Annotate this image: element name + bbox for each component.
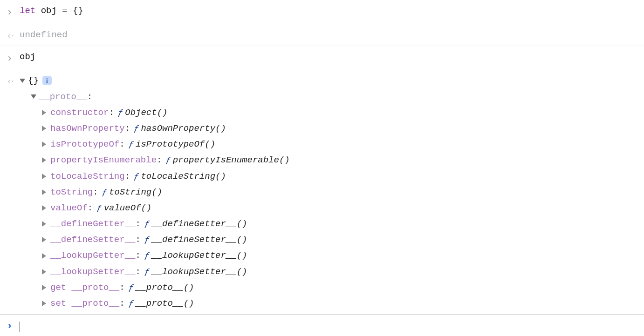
colon: :: [119, 296, 124, 311]
property-name: propertyIsEnumerable: [50, 152, 157, 168]
function-glyph: ƒ: [144, 248, 150, 263]
disclosure-triangle-icon[interactable]: [42, 237, 46, 242]
proto-row[interactable]: __proto__:: [20, 89, 640, 105]
disclosure-triangle-icon[interactable]: [20, 79, 25, 83]
function-glyph: ƒ: [144, 232, 150, 248]
property-row[interactable]: toString:ƒtoString(): [42, 184, 640, 200]
function-glyph: ƒ: [144, 264, 150, 280]
disclosure-triangle-icon[interactable]: [42, 157, 46, 163]
colon: :: [119, 280, 124, 296]
property-row[interactable]: toLocaleString:ƒtoLocaleString(): [42, 168, 640, 184]
function-glyph: ƒ: [129, 280, 134, 296]
function-glyph: ƒ: [129, 136, 134, 152]
disclosure-triangle-icon[interactable]: [42, 269, 46, 275]
operator-equals: =: [62, 6, 67, 16]
property-row[interactable]: hasOwnProperty:ƒhasOwnProperty(): [42, 121, 640, 136]
input-marker-icon: [4, 48, 20, 68]
object-display: {}: [28, 73, 39, 88]
keyword-let: let: [20, 6, 35, 16]
console-prompt-row[interactable]: ›: [0, 314, 644, 336]
function-glyph: ƒ: [102, 184, 107, 200]
disclosure-triangle-icon[interactable]: [42, 126, 46, 131]
info-icon[interactable]: i: [42, 76, 52, 85]
function-name: valueOf(): [104, 200, 152, 216]
function-name: isPrototypeOf(): [136, 136, 215, 152]
disclosure-triangle-icon[interactable]: [42, 189, 46, 195]
input-code: let obj = {}: [20, 2, 640, 20]
function-glyph: ƒ: [129, 296, 134, 311]
object-tree: {} i __proto__: constructor:ƒObject()has…: [20, 72, 640, 312]
function-name: hasOwnProperty(): [141, 121, 226, 136]
output-marker-icon: [4, 26, 20, 44]
colon: :: [135, 232, 140, 248]
undefined-value: undefined: [20, 26, 640, 44]
console-output-row: {} i __proto__: constructor:ƒObject()has…: [0, 70, 644, 314]
property-name: get __proto__: [50, 280, 119, 296]
input-marker-icon: [4, 2, 20, 22]
property-row[interactable]: __defineSetter__:ƒ__defineSetter__(): [42, 232, 640, 248]
proto-label: __proto__: [39, 89, 87, 105]
disclosure-triangle-icon[interactable]: [42, 174, 46, 179]
colon: :: [125, 168, 130, 184]
function-glyph: ƒ: [165, 152, 171, 168]
property-name: constructor: [50, 105, 109, 121]
property-row[interactable]: valueOf:ƒvalueOf(): [42, 200, 640, 216]
input-expression: obj: [20, 48, 640, 66]
property-row[interactable]: __defineGetter__:ƒ__defineGetter__(): [42, 216, 640, 232]
disclosure-triangle-icon[interactable]: [42, 141, 46, 147]
property-name: __defineSetter__: [50, 232, 135, 248]
function-name: Object(): [125, 105, 167, 121]
property-name: __defineGetter__: [50, 216, 135, 232]
colon: :: [109, 105, 114, 121]
disclosure-triangle-icon[interactable]: [31, 94, 36, 99]
function-glyph: ƒ: [134, 168, 139, 184]
colon: :: [88, 200, 93, 216]
function-name: toString(): [109, 184, 162, 200]
property-row[interactable]: constructor:ƒObject(): [42, 105, 640, 121]
property-name: isPrototypeOf: [50, 136, 119, 152]
colon: :: [125, 121, 130, 136]
console-input-row: obj: [0, 46, 644, 70]
disclosure-triangle-icon[interactable]: [42, 301, 46, 306]
property-name: __lookupSetter__: [50, 264, 135, 280]
colon: :: [157, 152, 162, 168]
disclosure-triangle-icon[interactable]: [42, 205, 46, 211]
function-glyph: ƒ: [96, 200, 102, 216]
property-row[interactable]: isPrototypeOf:ƒisPrototypeOf(): [42, 136, 640, 152]
property-row[interactable]: set __proto__:ƒ__proto__(): [42, 296, 640, 311]
property-row[interactable]: propertyIsEnumerable:ƒpropertyIsEnumerab…: [42, 152, 640, 168]
function-glyph: ƒ: [144, 216, 150, 232]
disclosure-triangle-icon[interactable]: [42, 221, 46, 227]
disclosure-triangle-icon[interactable]: [42, 285, 46, 290]
function-name: __defineGetter__(): [151, 216, 247, 232]
function-name: __defineSetter__(): [151, 232, 247, 248]
console-output-row: undefined: [0, 24, 644, 46]
colon: :: [135, 216, 140, 232]
identifier-obj: obj: [41, 6, 57, 16]
braces: {}: [73, 6, 83, 16]
object-root[interactable]: {} i: [20, 73, 640, 88]
property-name: hasOwnProperty: [50, 121, 125, 136]
function-name: __lookupSetter__(): [151, 264, 247, 280]
property-row[interactable]: __lookupGetter__:ƒ__lookupGetter__(): [42, 248, 640, 263]
property-row[interactable]: __lookupSetter__:ƒ__lookupSetter__(): [42, 264, 640, 280]
function-name: toLocaleString(): [141, 168, 226, 184]
disclosure-triangle-icon[interactable]: [42, 253, 46, 259]
function-name: __proto__(): [136, 280, 194, 296]
property-name: __lookupGetter__: [50, 248, 135, 263]
function-name: __lookupGetter__(): [151, 248, 247, 263]
property-row[interactable]: get __proto__:ƒ__proto__(): [42, 280, 640, 296]
property-name: toLocaleString: [50, 168, 125, 184]
output-marker-icon: [4, 72, 20, 89]
colon: :: [135, 248, 140, 263]
property-name: valueOf: [50, 200, 88, 216]
colon: :: [93, 184, 98, 200]
property-name: toString: [50, 184, 93, 200]
function-name: __proto__(): [136, 296, 194, 311]
function-glyph: ƒ: [118, 105, 123, 121]
disclosure-triangle-icon[interactable]: [42, 110, 46, 115]
prompt-chevron-icon: ›: [4, 317, 20, 336]
console-input-row: let obj = {}: [0, 0, 644, 24]
function-name: propertyIsEnumerable(): [173, 152, 290, 168]
property-name: set __proto__: [50, 296, 119, 311]
